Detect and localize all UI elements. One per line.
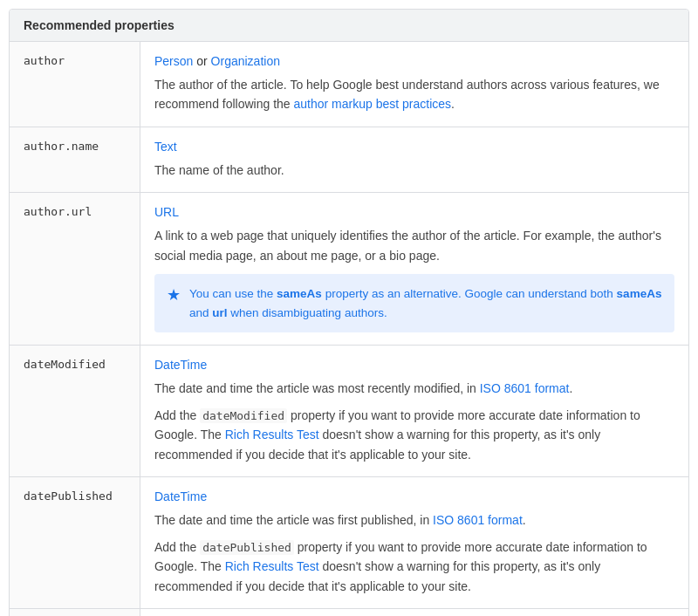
property-name: author [10,42,140,127]
type-link-datetime[interactable]: DateTime [154,489,207,503]
star-icon: ★ [167,285,181,305]
type-link-url[interactable]: URL [154,205,179,219]
property-description: The name of the author. [154,161,674,180]
rich-results-test-link-2[interactable]: Rich Results Test [225,559,319,573]
property-name: author.url [10,193,140,345]
author-markup-best-practices-link[interactable]: author markup best practices [294,97,452,111]
property-details: DateTime The date and time the article w… [140,477,688,608]
property-name: author.name [10,127,140,192]
property-description: The author of the article. To help Googl… [154,75,674,114]
table-row: dateModified DateTime The date and time … [10,346,688,477]
table-header: Recommended properties [10,10,688,42]
table-row: author.name Text The name of the author. [10,127,688,193]
table-row: author Person or Organization The author… [10,42,688,127]
iso8601-link[interactable]: ISO 8601 format [480,381,570,395]
property-details: Text The name of the author. [140,127,688,192]
type-link-datetime[interactable]: DateTime [154,358,207,372]
property-name: dateModified [10,346,140,476]
type-link-person[interactable]: Person [154,54,193,68]
type-link-text[interactable]: Text [154,140,177,154]
property-description: The date and time the article was first … [154,510,674,530]
table-row: datePublished DateTime The date and time… [10,477,688,609]
property-details: URL A link to a web page that uniquely i… [140,193,688,345]
property-description-2: Add the datePublished property if you wa… [154,537,674,597]
recommended-properties-table: Recommended properties author Person or … [9,9,689,616]
rich-results-test-link[interactable]: Rich Results Test [225,428,319,441]
property-type: DateTime [154,489,674,503]
table-row: author.url URL A link to a web page that… [10,193,688,346]
table-row: headline Text The title of the article. … [10,609,688,616]
property-description: The date and time the article was most r… [154,379,674,398]
property-name: headline [10,609,140,616]
property-type: Person or Organization [154,54,674,68]
iso8601-link-2[interactable]: ISO 8601 format [433,513,523,527]
note-text: You can use the sameAs property as an al… [189,284,662,322]
property-type: Text [154,140,674,154]
property-name: datePublished [10,477,140,608]
note-box: ★ You can use the sameAs property as an … [154,274,674,332]
property-type: URL [154,205,674,219]
property-details: DateTime The date and time the article w… [140,346,688,476]
property-description: A link to a web page that uniquely ident… [154,226,674,265]
property-details: Text The title of the article. Consider … [140,609,688,616]
property-type: DateTime [154,358,674,372]
type-link-organization[interactable]: Organization [211,54,280,68]
property-description-2: Add the dateModified property if you wan… [154,406,674,465]
property-details: Person or Organization The author of the… [140,42,688,127]
